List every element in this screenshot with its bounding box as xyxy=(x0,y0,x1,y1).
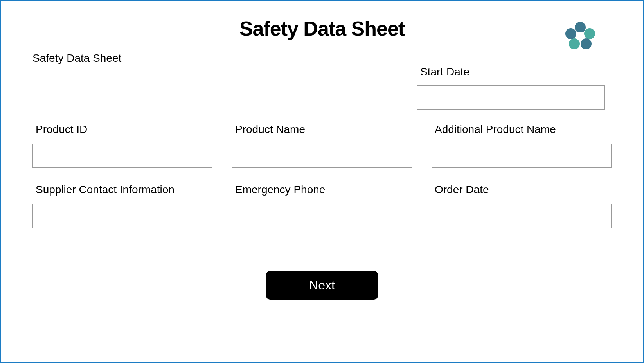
additional-product-name-label: Additional Product Name xyxy=(432,123,612,136)
order-date-label: Order Date xyxy=(432,183,612,196)
page-title: Safety Data Sheet xyxy=(32,17,612,40)
svg-point-0 xyxy=(575,22,586,33)
form-grid: Product ID Product Name Additional Produ… xyxy=(32,123,612,228)
additional-product-name-group: Additional Product Name xyxy=(432,123,612,168)
product-id-group: Product ID xyxy=(32,123,212,168)
start-date-input[interactable] xyxy=(417,85,605,110)
supplier-contact-input[interactable] xyxy=(32,204,212,228)
emergency-phone-input[interactable] xyxy=(232,204,412,228)
start-date-label: Start Date xyxy=(417,66,605,78)
product-id-label: Product ID xyxy=(32,123,212,136)
svg-point-4 xyxy=(565,28,576,39)
header: Safety Data Sheet xyxy=(32,17,612,40)
product-id-input[interactable] xyxy=(32,144,212,168)
logo-icon xyxy=(561,19,600,58)
order-date-input[interactable] xyxy=(432,204,612,228)
supplier-contact-label: Supplier Contact Information xyxy=(32,183,212,196)
product-name-input[interactable] xyxy=(232,144,412,168)
subtitle: Safety Data Sheet xyxy=(32,52,612,65)
button-container: Next xyxy=(32,271,612,300)
emergency-phone-group: Emergency Phone xyxy=(232,183,412,228)
product-name-group: Product Name xyxy=(232,123,412,168)
next-button[interactable]: Next xyxy=(266,271,378,300)
order-date-group: Order Date xyxy=(432,183,612,228)
product-name-label: Product Name xyxy=(232,123,412,136)
emergency-phone-label: Emergency Phone xyxy=(232,183,412,196)
start-date-group: Start Date xyxy=(417,66,605,110)
additional-product-name-input[interactable] xyxy=(432,144,612,168)
supplier-contact-group: Supplier Contact Information xyxy=(32,183,212,228)
svg-point-1 xyxy=(584,28,595,39)
form-container: Safety Data Sheet Safety Data Sheet Star… xyxy=(0,0,644,363)
